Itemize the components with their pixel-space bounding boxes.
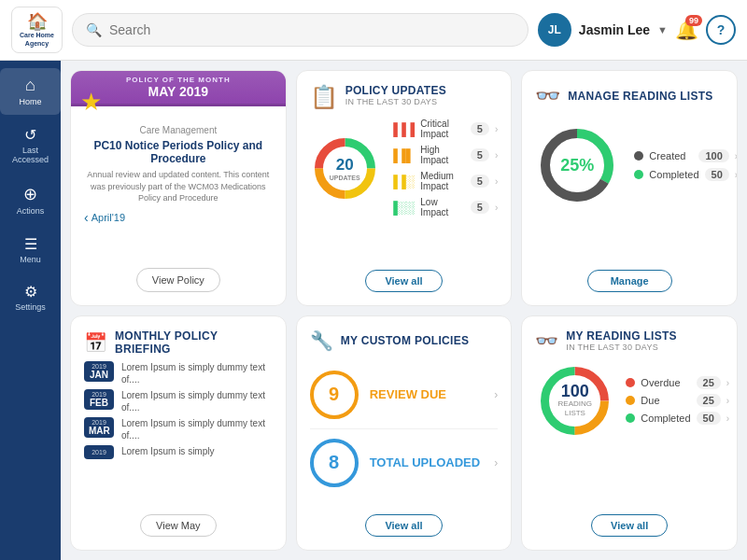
briefing-2019: 2019 Lorem Ipsum is simply: [84, 445, 273, 459]
mar-text: Lorem Ipsum is simply dummy text of....: [121, 417, 273, 441]
created-chevron-icon: ›: [735, 151, 738, 161]
total-uploaded-label: TOTAL UPLOADED: [370, 455, 484, 469]
due-chevron-icon: ›: [726, 396, 729, 406]
mar-badge: 2019 MAR: [84, 417, 114, 438]
custom-policies-card: 🔧 MY CUSTOM POLICIES 9 REVIEW DUE › 8 TO…: [296, 315, 513, 552]
updates-count: 20: [330, 156, 360, 175]
upload-chevron-icon: ›: [494, 456, 498, 469]
custom-header: 🔧 MY CUSTOM POLICIES: [310, 329, 499, 352]
search-bar[interactable]: 🔍: [72, 13, 529, 47]
help-button[interactable]: ?: [706, 15, 736, 45]
my-reading-content: 100 READING LISTS Overdue 25 › Due 25: [535, 361, 724, 441]
total-uploaded-row[interactable]: 8 TOTAL UPLOADED ›: [310, 429, 499, 497]
reading-count-label: READING LISTS: [556, 399, 596, 417]
completed-reading-label: Completed: [641, 413, 690, 424]
low-label: Low Impact: [420, 197, 465, 217]
sidebar-item-home[interactable]: ⌂ Home: [0, 68, 61, 115]
manage-reading-card: 👓 MANAGE READING LISTS 25%: [521, 70, 738, 306]
user-area: JL Jasmin Lee ▼ 🔔 99 ?: [538, 13, 736, 47]
search-input[interactable]: [109, 22, 514, 37]
wrench-icon: 🔧: [310, 329, 333, 352]
jan-month: JAN: [89, 370, 109, 380]
manage-reading-title: MANAGE READING LISTS: [568, 90, 712, 103]
completed-chevron-icon: ›: [735, 170, 738, 180]
updates-title: POLICY UPDATES: [345, 84, 446, 97]
home-icon: ⌂: [25, 76, 35, 95]
sidebar-item-menu[interactable]: ☰ Menu: [0, 228, 61, 273]
briefing-feb: 2019 FEB Lorem Ipsum is simply dummy tex…: [84, 389, 273, 413]
created-value: 100: [698, 149, 728, 162]
high-chevron-icon: ›: [495, 150, 498, 161]
briefing-list: 2019 JAN Lorem Ipsum is simply dummy tex…: [84, 361, 273, 515]
reading-glasses-icon: 👓: [535, 84, 560, 108]
medium-bar-icon: ▐▐░: [389, 175, 416, 189]
mar-year: 2019: [89, 419, 109, 426]
due-dot: [626, 396, 635, 405]
my-reading-header: 👓 MY READING LISTS IN THE LAST 30 DAYS: [535, 329, 724, 352]
policy-name: PC10 Notice Periods Policy and Procedure: [84, 139, 273, 165]
custom-view-all-button[interactable]: View all: [365, 514, 442, 537]
reading-legend: Created 100 › Completed 50 ›: [634, 149, 738, 181]
overdue-value: 25: [697, 376, 721, 389]
my-reading-title: MY READING LISTS: [566, 329, 677, 343]
created-dot: [634, 151, 643, 161]
critical-chevron-icon: ›: [495, 124, 498, 134]
review-count-circle: 9: [310, 371, 359, 419]
manage-reading-percent: 25%: [560, 156, 594, 175]
actions-icon: ⊕: [23, 184, 37, 204]
briefing-header: 📅 MONTHLY POLICY BRIEFING: [84, 329, 273, 356]
content-grid: POLICY OF THE MONTH MAY 2019 ★ Care Mana…: [61, 61, 747, 560]
reading-icon: 👓: [535, 329, 558, 352]
impact-high: ▐▐▌ High Impact 5 ›: [389, 142, 499, 168]
medium-chevron-icon: ›: [495, 176, 498, 187]
review-due-row[interactable]: 9 REVIEW DUE ›: [310, 361, 499, 429]
high-label: High Impact: [420, 145, 465, 165]
reading-donut-center: 100 READING LISTS: [556, 383, 596, 417]
critical-bar-icon: ▐▐▐: [389, 122, 416, 136]
created-label: Created: [649, 150, 693, 161]
sidebar-item-last-accessed[interactable]: ↺ Last Accessed: [0, 119, 61, 173]
legend-due: Due 25 ›: [626, 394, 729, 407]
feb-badge: 2019 FEB: [84, 389, 114, 410]
monthly-briefing-card: 📅 MONTHLY POLICY BRIEFING 2019 JAN Lorem…: [70, 315, 287, 552]
sidebar-label-actions: Actions: [17, 207, 45, 217]
manage-reading-donut: 25%: [535, 123, 619, 207]
sidebar-item-settings[interactable]: ⚙ Settings: [0, 275, 61, 320]
policy-updates-view-all-button[interactable]: View all: [365, 270, 442, 292]
sidebar-label-settings: Settings: [15, 303, 46, 313]
manage-button[interactable]: Manage: [587, 270, 672, 292]
menu-icon: ☰: [24, 235, 37, 253]
feb-month: FEB: [89, 398, 109, 408]
view-policy-button[interactable]: View Policy: [136, 268, 220, 292]
jan-year: 2019: [89, 363, 109, 370]
my-reading-legend: Overdue 25 › Due 25 › Completed 50: [626, 376, 729, 425]
overdue-dot: [626, 378, 635, 387]
policy-icon: 📋: [310, 84, 338, 110]
reading-header: 👓 MANAGE READING LISTS: [535, 84, 724, 108]
manage-reading-content: 25% Created 100 › Completed 50 ›: [535, 123, 724, 207]
extra-badge: 2019: [84, 445, 114, 459]
due-value: 25: [697, 394, 721, 407]
critical-value: 5: [471, 122, 489, 135]
review-chevron-icon: ›: [494, 388, 498, 401]
star-icon: ★: [80, 88, 102, 117]
last-accessed-icon: ↺: [24, 126, 36, 144]
completed-reading-dot: [626, 413, 635, 423]
policy-desc: Care Management: [84, 125, 273, 135]
my-reading-donut: 100 READING LISTS: [535, 361, 614, 441]
policy-nav[interactable]: ‹ April'19: [84, 210, 273, 225]
logo: 🏠 Care Home Agency: [11, 7, 63, 53]
sidebar-item-actions[interactable]: ⊕ Actions: [0, 176, 61, 224]
upload-count-circle: 8: [310, 439, 359, 487]
low-chevron-icon: ›: [495, 203, 498, 213]
policy-left-arrow: ‹: [84, 210, 89, 225]
policy-of-month-card: POLICY OF THE MONTH MAY 2019 ★ Care Mana…: [70, 70, 287, 306]
view-may-button[interactable]: View May: [140, 514, 216, 537]
medium-value: 5: [471, 175, 489, 188]
logo-line2: Agency: [20, 40, 54, 48]
top-bar: 🏠 Care Home Agency 🔍 JL Jasmin Lee ▼ 🔔 9…: [0, 0, 747, 61]
my-reading-view-all-button[interactable]: View all: [591, 514, 668, 537]
chevron-down-icon[interactable]: ▼: [657, 24, 668, 35]
notification-button[interactable]: 🔔 99: [675, 19, 698, 41]
impact-list: ▐▐▐ Critical Impact 5 › ▐▐▌ High Impact …: [389, 116, 499, 220]
